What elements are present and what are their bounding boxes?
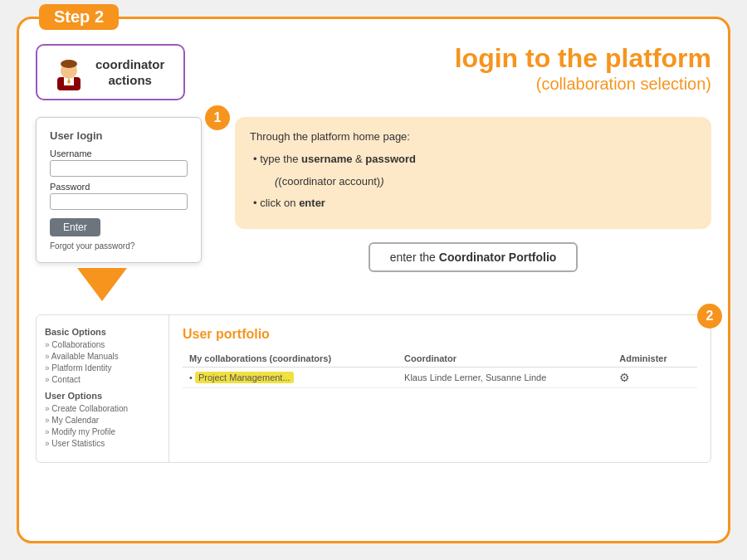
table-cell-coordinator: Klaus Linde Lerner, Susanne Linde — [398, 368, 613, 388]
sidebar-link-user-statistics[interactable]: User Statistics — [45, 439, 160, 448]
table-header-collaborations: My collaborations (coordinators) — [183, 350, 398, 368]
table-cell-administer: ⚙ — [613, 368, 697, 388]
forgot-password-link[interactable]: Forgot your password? — [50, 241, 188, 251]
right-side: Through the platform home page: • type t… — [235, 117, 711, 272]
sidebar-user-title: User Options — [45, 391, 160, 401]
password-input[interactable] — [50, 193, 188, 210]
step-badge: Step 2 — [39, 4, 119, 30]
portfolio-btn-bold: Coordinator Portfolio — [439, 251, 557, 264]
portfolio-section: 2 Basic Options Collaborations Available… — [36, 314, 711, 463]
portfolio-table: My collaborations (coordinators) Coordin… — [183, 350, 697, 388]
portfolio-sidebar: Basic Options Collaborations Available M… — [37, 315, 169, 462]
portfolio-btn-wrap: enter the Coordinator Portfolio — [235, 242, 711, 272]
step-number-2: 2 — [697, 304, 722, 329]
sidebar-link-my-calendar[interactable]: My Calendar — [45, 416, 160, 425]
username-label: Username — [50, 149, 188, 158]
sidebar-link-contact[interactable]: Contact — [45, 375, 160, 384]
table-header-administer: Administer — [613, 350, 697, 368]
administer-icon[interactable]: ⚙ — [619, 371, 630, 384]
password-label: Password — [50, 182, 188, 192]
main-card: Step 2 coordinator actions — [17, 17, 730, 543]
instruction-bullet1: • type the username & password — [253, 151, 696, 168]
collab-name-highlight[interactable]: Project Management... — [195, 372, 294, 383]
title-area: login to the platform (collaboration sel… — [202, 44, 711, 95]
table-row: • Project Management... Klaus Linde Lern… — [183, 368, 697, 388]
sidebar-basic-title: Basic Options — [45, 327, 160, 337]
sidebar-link-create-collab[interactable]: Create Collaboration — [45, 404, 160, 413]
sidebar-link-modify-profile[interactable]: Modify my Profile — [45, 427, 160, 436]
instruction-bullet2: • click on enter — [253, 195, 696, 212]
arrow-down-icon — [77, 268, 127, 301]
top-section: coordinator actions login to the platfor… — [36, 44, 711, 100]
login-form-wrap: 1 User login Username Password Enter For… — [36, 117, 218, 301]
page-title-sub: (collaboration selection) — [202, 73, 711, 95]
portfolio-title: User portfolio — [183, 327, 697, 342]
bold-enter: enter — [299, 197, 325, 209]
login-form-title: User login — [50, 129, 188, 142]
instruction-intro: Through the platform home page: — [250, 129, 696, 146]
svg-point-4 — [61, 60, 77, 68]
sidebar-link-manuals[interactable]: Available Manuals — [45, 352, 160, 361]
coordinator-box: coordinator actions — [36, 44, 185, 100]
table-cell-collab-name: • Project Management... — [183, 368, 398, 388]
table-header-coordinator: Coordinator — [398, 350, 613, 368]
bold-password: password — [365, 153, 416, 165]
step-number-1: 1 — [205, 105, 230, 130]
enter-portfolio-button[interactable]: enter the Coordinator Portfolio — [369, 242, 579, 272]
username-input[interactable] — [50, 160, 188, 177]
middle-section: 1 User login Username Password Enter For… — [36, 117, 711, 301]
coordinator-avatar — [51, 54, 87, 90]
instruction-box: Through the platform home page: • type t… — [235, 117, 711, 229]
enter-button[interactable]: Enter — [50, 218, 100, 236]
bold-username: username — [301, 153, 352, 165]
sidebar-link-collaborations[interactable]: Collaborations — [45, 340, 160, 349]
sidebar-link-platform-identity[interactable]: Platform Identity — [45, 363, 160, 373]
portfolio-main: User portfolio My collaborations (coordi… — [169, 315, 710, 462]
coordinator-label: coordinator actions — [95, 56, 164, 89]
page-title-main: login to the platform — [202, 44, 711, 73]
instruction-paren: ((coordinator account)) — [275, 173, 696, 191]
login-form: User login Username Password Enter Forgo… — [36, 117, 202, 263]
